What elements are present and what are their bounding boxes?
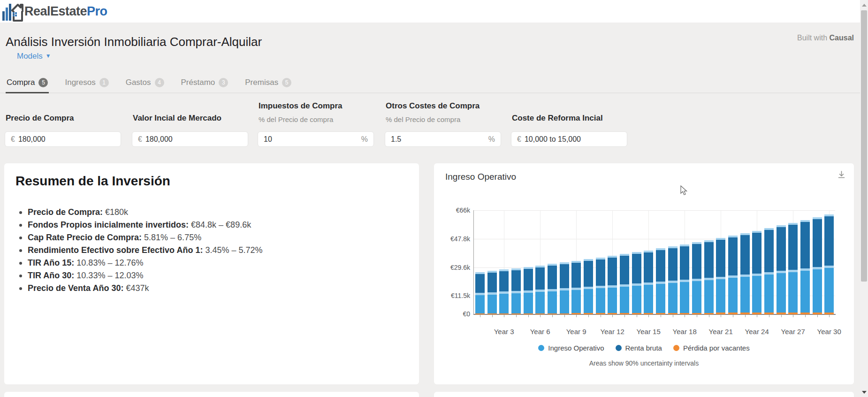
models-dropdown[interactable]: Models▼ xyxy=(17,52,51,61)
bar-year-14[interactable] xyxy=(632,252,641,314)
models-label: Models xyxy=(17,52,43,61)
x-tick-label: Year 9 xyxy=(566,328,586,336)
segment-ingreso-operativo xyxy=(571,289,581,314)
download-icon[interactable] xyxy=(838,171,845,179)
field-precio-de-compra: Precio de Compra€180,000 xyxy=(5,94,121,148)
summary-item: Rendimiento Efectivo sobre Efectivo Año … xyxy=(15,245,263,258)
x-tick-mark xyxy=(612,315,613,317)
summary-item: Precio de Compra: €180k xyxy=(15,207,263,220)
x-tick-label: Year 27 xyxy=(781,328,805,336)
legend-dot xyxy=(616,345,622,351)
tab-premisas[interactable]: Premisas5 xyxy=(244,75,292,93)
bar-year-22[interactable] xyxy=(728,236,738,314)
field-input-otros-costes-de-compra[interactable]: 1.5% xyxy=(385,131,501,147)
bar-year-19[interactable] xyxy=(692,242,701,314)
field-input-valor-incial-de-mercado[interactable]: €180,000 xyxy=(132,131,248,147)
x-tick-label: Year 21 xyxy=(709,328,733,336)
scrollbar-up-icon[interactable] xyxy=(860,1,868,9)
bar-year-30[interactable] xyxy=(824,214,834,314)
bar-year-27[interactable] xyxy=(788,223,798,314)
scrollbar-down-icon[interactable] xyxy=(860,388,868,396)
field-valor-incial-de-mercado: Valor Incial de Mercado€180,000 xyxy=(132,94,248,148)
segment-renta-bruta xyxy=(596,258,605,286)
segment-uncertainty-mid xyxy=(777,271,786,273)
bar-year-18[interactable] xyxy=(680,244,689,314)
tab-prestamo[interactable]: Préstamo3 xyxy=(180,75,229,93)
legend-dot xyxy=(673,345,679,351)
segment-ingreso-operativo xyxy=(584,288,593,314)
bar-year-12[interactable] xyxy=(608,256,617,314)
segment-ingreso-operativo xyxy=(535,291,545,314)
bar-year-23[interactable] xyxy=(740,233,750,314)
bar-year-4[interactable] xyxy=(511,268,521,314)
tab-ingresos[interactable]: Ingresos1 xyxy=(64,75,109,93)
tab-compra[interactable]: Compra5 xyxy=(6,75,49,93)
bar-year-17[interactable] xyxy=(668,246,678,314)
bar-year-24[interactable] xyxy=(752,231,761,314)
segment-renta-bruta xyxy=(644,251,653,283)
bar-year-7[interactable] xyxy=(548,264,557,314)
segment-uncertainty-top xyxy=(608,256,617,258)
segment-renta-bruta xyxy=(524,267,533,290)
x-tick-mark xyxy=(805,315,806,317)
segment-uncertainty-mid xyxy=(560,288,569,290)
segment-ingreso-operativo xyxy=(777,272,786,314)
segment-renta-bruta xyxy=(668,246,678,281)
segment-ingreso-operativo xyxy=(764,274,774,314)
segment-uncertainty-top xyxy=(584,259,593,261)
bar-year-13[interactable] xyxy=(620,254,629,314)
field-value: 1.5 xyxy=(391,135,401,144)
x-tick-mark xyxy=(588,315,589,317)
segment-uncertainty-mid xyxy=(584,287,593,289)
bar-year-5[interactable] xyxy=(524,267,533,314)
currency-prefix: € xyxy=(138,135,142,144)
segment-perdida-por-vacantes xyxy=(728,313,738,314)
bar-year-21[interactable] xyxy=(716,238,725,314)
summary-list: Precio de Compra: €180kFondos Propios in… xyxy=(15,207,263,296)
bar-year-25[interactable] xyxy=(764,228,774,314)
segment-renta-bruta xyxy=(764,228,774,272)
chart-legend: Ingreso OperativoRenta brutaPérdida por … xyxy=(434,344,854,352)
x-tick-mark xyxy=(648,315,649,317)
bar-year-6[interactable] xyxy=(535,266,545,314)
bar-year-15[interactable] xyxy=(644,251,653,314)
bar-year-29[interactable] xyxy=(813,217,822,314)
segment-uncertainty-mid xyxy=(692,279,701,281)
segment-ingreso-operativo xyxy=(596,287,605,314)
scrollbar-thumb[interactable] xyxy=(861,10,867,282)
field-input-impuestos-de-compra[interactable]: 10% xyxy=(258,131,374,147)
bar-year-9[interactable] xyxy=(571,261,581,314)
segment-uncertainty-top xyxy=(620,254,629,256)
segment-perdida-por-vacantes xyxy=(777,313,786,314)
bar-year-11[interactable] xyxy=(596,258,605,314)
field-input-precio-de-compra[interactable]: €180,000 xyxy=(5,131,121,147)
segment-renta-bruta xyxy=(487,271,497,292)
bar-year-16[interactable] xyxy=(656,248,665,314)
segment-uncertainty-mid xyxy=(644,282,653,285)
field-label: Precio de Compra xyxy=(6,114,74,123)
x-tick-mark xyxy=(673,315,673,317)
bar-year-1[interactable] xyxy=(475,272,485,314)
segment-perdida-por-vacantes xyxy=(740,313,750,314)
segment-uncertainty-top xyxy=(692,242,701,244)
segment-uncertainty-top xyxy=(752,231,761,233)
segment-renta-bruta xyxy=(824,214,834,266)
bar-year-10[interactable] xyxy=(584,259,593,314)
segment-ingreso-operativo xyxy=(752,275,761,314)
bar-year-3[interactable] xyxy=(499,269,509,314)
field-input-coste-de-reforma-incial[interactable]: €10,000 to 15,000 xyxy=(511,131,627,147)
bar-year-20[interactable] xyxy=(704,240,714,314)
brand-logo[interactable]: RealEstatePro xyxy=(2,1,107,22)
segment-uncertainty-mid xyxy=(524,290,533,293)
segment-perdida-por-vacantes xyxy=(644,313,653,314)
bar-year-2[interactable] xyxy=(487,271,497,314)
bar-year-26[interactable] xyxy=(777,225,786,314)
bar-year-8[interactable] xyxy=(560,262,569,314)
segment-perdida-por-vacantes xyxy=(704,313,714,314)
segment-ingreso-operativo xyxy=(524,292,533,314)
bar-year-28[interactable] xyxy=(800,220,810,314)
x-tick-mark xyxy=(793,315,793,317)
tab-label: Compra xyxy=(7,78,35,87)
scrollbar[interactable] xyxy=(860,0,868,397)
tab-gastos[interactable]: Gastos4 xyxy=(125,75,165,93)
